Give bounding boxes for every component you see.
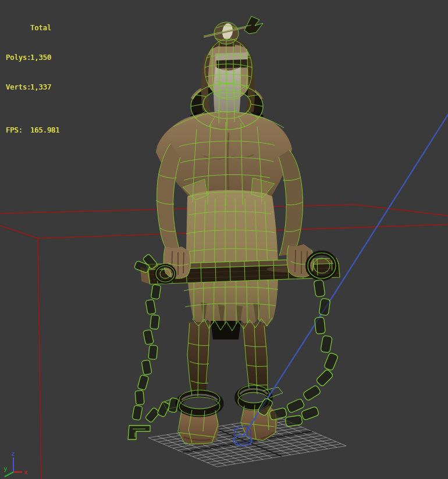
world-axis-tripod: z x y: [3, 450, 28, 477]
viewport-3d[interactable]: Total Polys:1,350 Verts:1,337 FPS:165.98…: [0, 0, 448, 479]
stats-polys-row: Polys:1,350: [6, 53, 60, 63]
skirt: [186, 190, 278, 330]
stats-fps-row: FPS:165.981: [6, 126, 60, 135]
left-leg: [188, 322, 211, 396]
stats-total-label: Total: [30, 24, 51, 32]
viewport-stats: Total Polys:1,350 Verts:1,337 FPS:165.98…: [6, 3, 60, 155]
scene-canvas[interactable]: z x y: [0, 0, 448, 479]
blue-bone-line-upper: [314, 113, 448, 326]
axis-x-label: x: [24, 469, 28, 476]
stats-polys-label: Polys:: [6, 53, 30, 63]
stats-verts-value: 1,337: [30, 83, 51, 91]
stats-polys-value: 1,350: [30, 53, 51, 62]
right-arm: [279, 150, 303, 256]
axis-z-label: z: [11, 450, 15, 457]
stats-fps-value: 165.981: [30, 126, 60, 134]
stats-verts-row: Verts:1,337: [6, 83, 60, 92]
stats-verts-label: Verts:: [6, 83, 30, 92]
axis-y-label: y: [3, 465, 8, 473]
axis-y-line: [5, 472, 13, 477]
stats-total-row: Total: [6, 23, 60, 33]
stats-fps-label: FPS:: [6, 126, 30, 135]
character-mesh[interactable]: [156, 16, 303, 445]
